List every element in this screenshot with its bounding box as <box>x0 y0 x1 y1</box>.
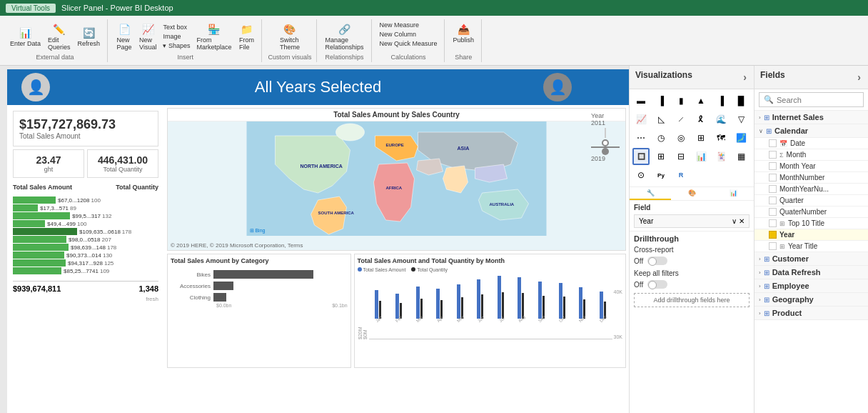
field-group-header-calendar[interactable]: ∨ ⊞ Calendar <box>755 124 868 138</box>
viz-icon-slicer[interactable]: 🔲 <box>632 148 650 165</box>
viz-icon-ribbon[interactable]: 🎗 <box>692 111 710 128</box>
field-group-header-employee[interactable]: › ⊞ Employee <box>755 279 868 293</box>
cross-report-toggle[interactable] <box>647 257 667 265</box>
map-container[interactable]: Total Sales Amount by Sales Country Year… <box>167 108 626 251</box>
field-group-header-internet-sales[interactable]: › ⊞ Internet Sales <box>755 111 868 124</box>
field-item-quarter[interactable]: Quarter <box>755 195 868 206</box>
field-item-year-title[interactable]: ⊞ Year Title <box>755 241 868 252</box>
field-name-quarter: Quarter <box>779 196 804 204</box>
viz-icon-stacked-column[interactable]: ▲ <box>692 92 710 109</box>
viz-field-section: Field Year ∨ ✕ <box>630 201 754 232</box>
field-item-top-10-title[interactable]: ⊞ Top 10 Title <box>755 218 868 229</box>
viz-icon-100-column[interactable]: █ <box>732 92 750 109</box>
field-item-year[interactable]: Year <box>755 229 868 241</box>
bar-sales-mar <box>416 287 420 319</box>
bar-row-4: $49,4...499 100 <box>13 220 158 227</box>
ribbon-btn-image[interactable]: Image <box>161 32 192 41</box>
avatar-right: 👤 <box>543 73 572 101</box>
fields-collapse-btn[interactable]: › <box>856 70 862 84</box>
ribbon-btn-text-box[interactable]: Text box <box>161 23 192 31</box>
viz-icon-waterfall[interactable]: 🌊 <box>712 111 730 128</box>
ribbon-btn-publish[interactable]: 📤 Publish <box>450 21 478 45</box>
bar-row-7: $98,639...148 178 <box>13 244 158 251</box>
field-group-header-customer[interactable]: › ⊞ Customer <box>755 252 868 266</box>
viz-icon-pie[interactable]: ◷ <box>652 129 670 146</box>
viz-icon-gauge[interactable]: ⊙ <box>632 166 650 184</box>
ribbon-btn-enter-data[interactable]: 📊 Enter Data <box>7 24 44 49</box>
cat-bar-clothing <box>213 293 226 302</box>
from-file-label: FromFile <box>239 36 254 51</box>
map-year-end: 2019 <box>591 155 605 162</box>
viz-icon-line-clustered[interactable]: ⟋ <box>672 111 690 128</box>
bar-sales-dec <box>600 292 603 319</box>
viz-icon-100-bar[interactable]: ▮ <box>672 92 690 109</box>
keep-filters-label: Keep all filters <box>634 269 750 277</box>
keep-filters-toggle[interactable] <box>647 280 667 289</box>
field-item-quater-number[interactable]: QuaterNumber <box>755 206 868 218</box>
bar-fill-9 <box>13 259 66 267</box>
viz-icon-funnel[interactable]: ▽ <box>732 111 750 128</box>
field-item-month-number[interactable]: MonthNumber <box>755 172 868 184</box>
viz-icon-donut[interactable]: ◎ <box>672 129 690 146</box>
field-group-header-product[interactable]: › ⊞ Product <box>755 307 868 320</box>
bar-row-2: $17,3...571 89 <box>13 204 158 212</box>
viz-icon-card[interactable]: 🃏 <box>712 148 730 165</box>
viz-icon-table[interactable]: ⊞ <box>652 148 670 165</box>
virtual-tools-label[interactable]: Virtual Tools <box>6 4 56 13</box>
viz-collapse-btn[interactable]: › <box>742 70 748 84</box>
fields-search-box[interactable]: 🔍 <box>759 92 864 107</box>
ribbon-btn-new-quick-measure[interactable]: New Quick Measure <box>378 39 440 48</box>
add-drillthrough-area[interactable]: Add drillthrough fields here <box>634 293 750 307</box>
ribbon-btn-refresh[interactable]: 🔄 Refresh <box>75 24 104 49</box>
viz-icon-line[interactable]: 📈 <box>632 111 650 128</box>
field-group-name-internet-sales: Internet Sales <box>772 113 824 121</box>
viz-icon-matrix[interactable]: ⊟ <box>672 148 690 165</box>
field-group-name-product: Product <box>772 309 802 317</box>
viz-tab-analytics[interactable]: 📊 <box>712 187 754 200</box>
field-item-date[interactable]: 📅 Date <box>755 138 868 149</box>
ribbon-btn-switch-theme[interactable]: 🎨 SwitchTheme <box>277 21 303 52</box>
viz-icon-clustered-column[interactable]: ▐ <box>712 92 730 109</box>
ribbon-btn-from-marketplace[interactable]: 🏪 FromMarketplace <box>193 21 234 52</box>
viz-icon-py[interactable]: Py <box>652 166 670 184</box>
viz-icon-clustered-bar[interactable]: ▐ <box>652 92 670 109</box>
ribbon-btn-shapes[interactable]: ▾ Shapes <box>161 41 192 50</box>
viz-icon-kpi[interactable]: 📊 <box>692 148 710 165</box>
field-item-month-year[interactable]: Month Year <box>755 161 868 172</box>
viz-icon-stacked-bar[interactable]: ▬ <box>632 92 650 109</box>
viz-icon-area[interactable]: ◺ <box>652 111 670 128</box>
bar-val-7: $98,639...148 <box>69 244 106 251</box>
title-bar: Virtual Tools Slicer Panel - Power BI De… <box>0 0 868 16</box>
keep-filters-state: Off <box>634 281 643 289</box>
viz-icon-multi-card[interactable]: ▦ <box>732 148 750 165</box>
chevron-product: › <box>759 310 761 317</box>
viz-tab-format[interactable]: 🎨 <box>671 187 712 200</box>
ribbon-btn-new-page[interactable]: 📄 NewPage <box>113 21 135 52</box>
ribbon-btn-new-visual[interactable]: 📈 NewVisual <box>136 21 159 52</box>
field-item-month-year-nu[interactable]: MonthYearNu... <box>755 184 868 195</box>
field-name-month: Month <box>787 151 807 159</box>
ribbon-btn-new-measure[interactable]: New Measure <box>378 21 440 29</box>
viz-icon-treemap[interactable]: ⊞ <box>692 129 710 146</box>
ribbon-btn-edit-queries[interactable]: ✏️ EditQueries <box>45 21 74 52</box>
cross-report-state: Off <box>634 257 643 265</box>
field-group-header-geography[interactable]: › ⊞ Geography <box>755 293 868 307</box>
field-group-header-data-refresh[interactable]: › ⊞ Data Refresh <box>755 266 868 279</box>
viz-icon-filled-map[interactable]: 🗾 <box>732 129 750 146</box>
ribbon-btn-new-column[interactable]: New Column <box>378 30 440 39</box>
bar-row-9: $94,317...928 125 <box>13 259 158 267</box>
fields-search-input[interactable] <box>777 96 859 104</box>
viz-panel: Visualizations › ▬ ▐ ▮ ▲ ▐ █ 📈 ◺ ⟋ 🎗 🌊 ▽… <box>629 66 754 413</box>
month-mar: Mar <box>410 287 429 329</box>
field-item-month[interactable]: Σ Month <box>755 149 868 161</box>
field-group-data-refresh: › ⊞ Data Refresh <box>755 266 868 279</box>
viz-icon-r[interactable]: R <box>672 166 690 184</box>
viz-icon-scatter[interactable]: ⋯ <box>632 129 650 146</box>
ribbon-btn-from-file[interactable]: 📁 FromFile <box>236 21 257 52</box>
viz-field-box[interactable]: Year ∨ ✕ <box>634 214 750 228</box>
marketplace-label: FromMarketplace <box>196 36 231 51</box>
ribbon-btn-manage-rel[interactable]: 🔗 ManageRelationships <box>323 21 367 52</box>
bar-qty-4: 100 <box>77 221 86 227</box>
viz-tab-build[interactable]: 🔧 <box>630 187 671 200</box>
viz-icon-map[interactable]: 🗺 <box>712 129 730 146</box>
